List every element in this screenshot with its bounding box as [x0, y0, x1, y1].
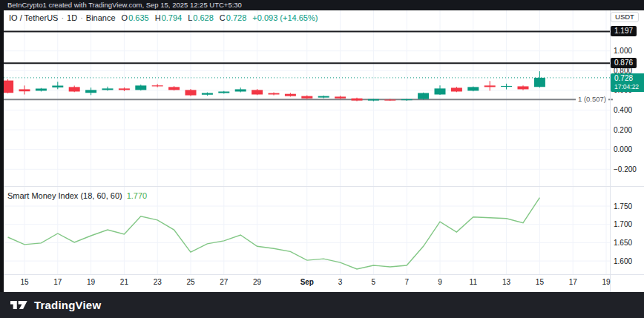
candle[interactable] [85, 90, 96, 93]
time-axis-label: 29 [245, 278, 270, 287]
candle[interactable] [368, 99, 379, 101]
ohlc-value: 0.794 [162, 13, 183, 22]
interval-label[interactable]: 1D [67, 13, 77, 22]
tradingview-logo-icon[interactable] [10, 299, 28, 311]
candle[interactable] [36, 89, 47, 91]
symbol-legend[interactable]: IO / TetherUS·1D·BinanceO0.635H0.794L0.6… [9, 13, 318, 22]
candle[interactable] [2, 81, 13, 93]
ohlc-label: L [188, 13, 192, 22]
time-axis-label: 15 [12, 278, 37, 287]
time-axis-label: 5 [361, 278, 386, 287]
time-axis-label: 3 [328, 278, 353, 287]
time-axis-label: 17 [560, 278, 585, 287]
candle[interactable] [534, 78, 545, 87]
ohlc-value: 0.635 [128, 13, 149, 22]
candle[interactable] [318, 96, 329, 98]
candle[interactable] [384, 99, 395, 100]
time-axis-label: 15 [527, 278, 552, 287]
candle[interactable] [467, 87, 479, 90]
indicator-title[interactable]: Smart Money Index (18, 60, 60) [7, 191, 122, 200]
indicator-tick: 1.750 [614, 202, 632, 211]
change-value: +0.093 (+14.65%) [252, 13, 318, 22]
ohlc-label: H [155, 13, 161, 22]
line-price-badge: 0.876 [611, 58, 637, 68]
price-tick: 0.400 [614, 105, 632, 115]
candle[interactable] [168, 87, 180, 90]
time-axis-label: 9 [427, 278, 453, 287]
drawing-level-label[interactable]: 1 (0.507) [578, 95, 606, 103]
legend-separator: · [80, 13, 83, 22]
ohlc-label: C [220, 13, 226, 22]
last-price-badge: 0.728 17:04:22 [611, 73, 644, 92]
symbol-name[interactable]: IO / TetherUS [9, 13, 58, 22]
tradingview-chart-widget: BeInCrypto1 created with TradingView.com… [0, 0, 644, 318]
time-axis-label: 19 [594, 278, 619, 287]
ohlc-label: O [122, 13, 128, 22]
price-tick: 1.000 [614, 46, 632, 56]
candle[interactable] [202, 93, 213, 94]
indicator-line[interactable] [8, 198, 540, 269]
candle[interactable] [152, 85, 163, 86]
candle[interactable] [218, 91, 229, 93]
candle[interactable] [185, 90, 197, 95]
last-price-value: 0.728 [614, 74, 633, 82]
ohlc-value: 0.728 [226, 13, 247, 22]
bar-countdown: 17:04:22 [614, 83, 644, 90]
time-axis-label: 23 [145, 278, 170, 287]
candle[interactable] [401, 99, 413, 100]
candle[interactable] [301, 96, 312, 99]
candle[interactable] [484, 85, 496, 87]
candle[interactable] [119, 88, 130, 90]
candle[interactable] [501, 86, 512, 87]
candle[interactable] [102, 88, 114, 90]
candle[interactable] [269, 93, 280, 95]
candle[interactable] [418, 93, 429, 99]
indicator-value: 1.770 [127, 191, 148, 200]
chart-canvas[interactable] [0, 0, 644, 318]
candle[interactable] [518, 86, 529, 89]
price-tick: 0.200 [614, 125, 632, 135]
line-price-badge: 1.197 [611, 26, 637, 36]
currency-unit-button[interactable]: USDT [611, 12, 639, 22]
indicator-tick: 1.700 [614, 219, 632, 229]
indicator-tick: 1.600 [614, 256, 632, 266]
time-axis-label: 13 [494, 278, 519, 287]
candle[interactable] [235, 89, 246, 91]
candle[interactable] [69, 87, 80, 91]
time-axis-label: Sep [295, 278, 320, 287]
time-axis-label: 27 [211, 278, 237, 287]
legend-separator: · [61, 13, 64, 22]
tradingview-brand-text[interactable]: TradingView [34, 299, 101, 311]
left-toolbar-strip [0, 10, 4, 292]
time-axis-label: 11 [461, 278, 486, 287]
candle[interactable] [135, 85, 146, 90]
pane-borders [4, 10, 644, 292]
footer-bar: TradingView [0, 292, 644, 318]
ohlc-values: O0.635H0.794L0.628C0.728 [116, 13, 247, 22]
ohlc-value: 0.628 [193, 13, 214, 22]
candle[interactable] [285, 94, 296, 96]
candlestick-series[interactable] [2, 71, 545, 101]
candle[interactable] [352, 99, 363, 101]
horizontal-lines[interactable] [4, 31, 613, 99]
price-tick: 0.000 [614, 145, 632, 154]
exchange-label[interactable]: Binance [86, 13, 116, 22]
time-axis-label: 7 [394, 278, 419, 287]
candle[interactable] [52, 86, 63, 87]
time-axis-label: 19 [79, 278, 104, 287]
time-axis-label: 17 [45, 278, 70, 287]
candle[interactable] [451, 87, 462, 91]
time-axis-label: 21 [111, 278, 137, 287]
time-axis-label: 25 [178, 278, 203, 287]
candle[interactable] [19, 89, 30, 91]
indicator-legend[interactable]: Smart Money Index (18, 60, 60)1.770 [7, 191, 147, 200]
candle[interactable] [435, 88, 446, 94]
candle[interactable] [335, 96, 346, 98]
candle[interactable] [252, 90, 263, 94]
indicator-tick: 1.650 [614, 238, 632, 248]
price-tick: −0.200 [614, 165, 637, 174]
